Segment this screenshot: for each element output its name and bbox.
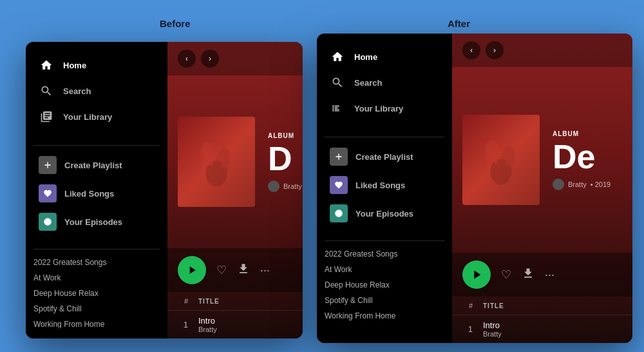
divider-1: [33, 145, 160, 146]
before-top-bar: ‹ ›: [167, 42, 303, 75]
after-search-label: Search: [354, 78, 382, 88]
search-label: Search: [63, 86, 91, 96]
album-hand-illustration: [191, 126, 242, 197]
home-icon: [39, 57, 54, 73]
back-button[interactable]: ‹: [178, 50, 196, 68]
before-main: ‹ › ALBUM D Bratty: [167, 42, 303, 338]
after-track-info: Intro Bratty: [483, 320, 502, 338]
after-panel: Home Search Your Library: [317, 34, 632, 343]
after-main: ‹ › ALBUM De Bratty • 2019: [452, 34, 632, 343]
before-library-items: Create Playlist Liked Songs Your Episode…: [26, 151, 167, 236]
after-playlists: 2022 Greatest Songs At Work Deep House R…: [317, 246, 452, 333]
after-track-name: Intro: [483, 320, 502, 330]
after-episodes-icon: [330, 204, 348, 222]
after-sidebar-item-home[interactable]: Home: [322, 44, 447, 70]
after-play-button[interactable]: [462, 260, 491, 289]
svg-point-6: [335, 210, 343, 217]
sidebar-item-library[interactable]: Your Library: [31, 104, 162, 130]
after-back-button[interactable]: ‹: [462, 41, 480, 59]
after-episodes-item[interactable]: Your Episodes: [322, 199, 447, 228]
playlist-item[interactable]: Deep House Relax: [33, 286, 160, 301]
album-meta: Bratty: [268, 181, 302, 192]
track-name: Intro: [198, 316, 217, 326]
after-album-title: De: [553, 140, 622, 173]
download-button[interactable]: [237, 262, 250, 278]
after-artist-avatar: [553, 179, 564, 190]
before-label: Before: [160, 18, 191, 29]
after-library-icon: [330, 101, 345, 116]
col-num-header: #: [178, 297, 188, 305]
artist-avatar: [268, 181, 279, 192]
episodes-label: Your Episodes: [64, 217, 122, 227]
after-playlist-item[interactable]: Working From Home: [325, 308, 444, 324]
track-number: 1: [178, 320, 188, 329]
after-library-label: Your Library: [354, 104, 403, 113]
create-playlist-item[interactable]: Create Playlist: [31, 151, 162, 179]
after-sidebar-item-search[interactable]: Search: [322, 70, 447, 95]
after-more-button[interactable]: ···: [545, 268, 554, 282]
after-playlist-item[interactable]: 2022 Greatest Songs: [325, 246, 444, 262]
after-album-area: ALBUM De Bratty • 2019: [452, 67, 632, 253]
create-icon: [39, 156, 57, 174]
episodes-icon: [39, 213, 57, 231]
play-button[interactable]: [178, 256, 206, 284]
before-playlists: 2022 Greatest Songs At Work Deep House R…: [26, 255, 167, 328]
track-artist: Bratty: [198, 326, 217, 333]
heart-button[interactable]: ♡: [216, 263, 227, 277]
after-track-number: 1: [462, 324, 473, 334]
after-col-title-header: TITLE: [483, 302, 504, 309]
after-playlist-item[interactable]: Spotify & Chill: [325, 293, 444, 308]
after-album-hand-illustration: [475, 124, 527, 195]
after-nav: Home Search Your Library: [317, 44, 452, 121]
after-top-bar: ‹ ›: [452, 34, 632, 67]
playlist-item[interactable]: Working From Home: [33, 317, 160, 328]
playlist-item[interactable]: At Work: [33, 270, 160, 286]
after-forward-button[interactable]: ›: [486, 41, 504, 59]
after-liked-songs-label: Liked Songs: [355, 181, 405, 190]
after-home-icon: [330, 49, 345, 64]
album-title: D: [268, 142, 302, 175]
after-album-info: ALBUM De Bratty • 2019: [553, 130, 622, 190]
after-playlist-item[interactable]: Deep House Relax: [325, 277, 444, 293]
library-icon: [39, 109, 54, 124]
after-playlist-item[interactable]: At Work: [325, 262, 444, 277]
before-sidebar: Home Search Your Library: [26, 42, 167, 338]
before-nav: Home Search Your Library: [26, 52, 167, 130]
after-library-items: Create Playlist Liked Songs Your Episode…: [317, 142, 452, 228]
after-label: After: [448, 18, 470, 29]
after-create-playlist-item[interactable]: Create Playlist: [322, 142, 447, 171]
liked-songs-item[interactable]: Liked Songs: [31, 179, 162, 208]
after-controls: ♡ ···: [452, 253, 632, 297]
before-controls: ♡ ···: [167, 248, 303, 292]
before-panel: Home Search Your Library: [26, 42, 303, 338]
artist-name: Bratty: [283, 182, 302, 190]
after-liked-icon: [330, 176, 348, 194]
before-album-area: ALBUM D Bratty: [167, 75, 303, 248]
after-col-num-header: #: [462, 302, 473, 309]
episodes-item[interactable]: Your Episodes: [31, 208, 162, 236]
after-sidebar-item-library[interactable]: Your Library: [322, 95, 447, 121]
after-episodes-label: Your Episodes: [355, 209, 413, 219]
after-album-meta: Bratty • 2019: [553, 179, 622, 190]
playlist-item[interactable]: 2022 Greatest Songs: [33, 255, 160, 270]
album-art: [178, 117, 255, 207]
before-track-row[interactable]: 1 Intro Bratty: [167, 311, 303, 338]
after-album-tag: ALBUM: [553, 130, 622, 137]
more-button[interactable]: ···: [260, 264, 270, 277]
sidebar-item-search[interactable]: Search: [31, 78, 162, 104]
after-heart-button[interactable]: ♡: [501, 268, 511, 282]
col-title-header: TITLE: [198, 298, 220, 305]
after-create-playlist-label: Create Playlist: [355, 152, 413, 162]
after-track-row[interactable]: 1 Intro Bratty: [452, 315, 632, 343]
home-label: Home: [63, 61, 86, 70]
forward-button[interactable]: ›: [201, 50, 219, 68]
after-liked-songs-item[interactable]: Liked Songs: [322, 171, 447, 199]
svg-point-0: [44, 218, 52, 226]
playlist-item[interactable]: Spotify & Chill: [33, 301, 160, 317]
sidebar-item-home[interactable]: Home: [31, 52, 162, 78]
after-create-icon: [330, 148, 348, 166]
library-label: Your Library: [63, 112, 112, 122]
after-download-button[interactable]: [522, 267, 535, 282]
after-divider-2: [325, 240, 444, 241]
after-album-art: [462, 115, 540, 205]
